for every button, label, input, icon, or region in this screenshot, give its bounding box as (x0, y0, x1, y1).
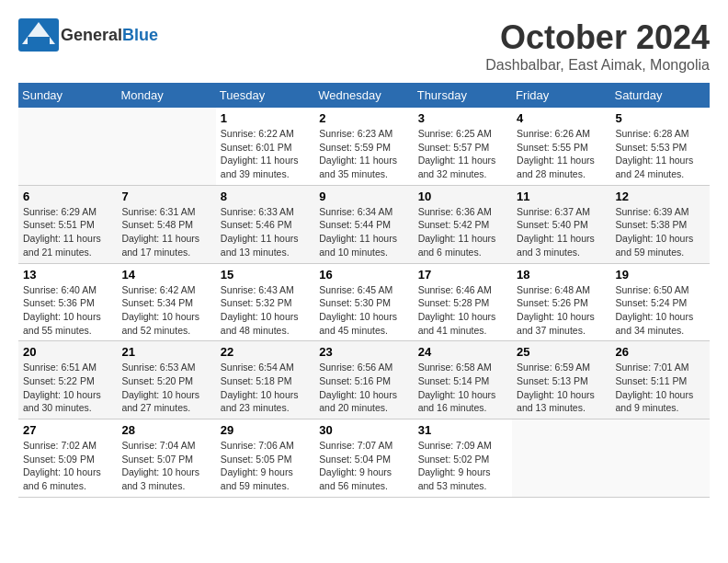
day-number: 21 (121, 345, 210, 359)
day-number: 22 (221, 345, 310, 359)
calendar-cell: 21Sunrise: 6:53 AM Sunset: 5:20 PM Dayli… (117, 341, 215, 419)
day-number: 20 (23, 345, 112, 359)
day-info: Sunrise: 7:02 AM Sunset: 5:09 PM Dayligh… (23, 439, 112, 493)
calendar-cell: 20Sunrise: 6:51 AM Sunset: 5:22 PM Dayli… (18, 341, 117, 419)
header-row: SundayMondayTuesdayWednesdayThursdayFrid… (18, 83, 710, 108)
calendar-cell: 7Sunrise: 6:31 AM Sunset: 5:48 PM Daylig… (117, 185, 215, 263)
calendar-cell: 4Sunrise: 6:26 AM Sunset: 5:55 PM Daylig… (512, 108, 610, 185)
day-info: Sunrise: 6:36 AM Sunset: 5:42 PM Dayligh… (418, 205, 507, 259)
calendar-cell: 3Sunrise: 6:25 AM Sunset: 5:57 PM Daylig… (414, 108, 512, 185)
svg-rect-2 (28, 37, 50, 44)
day-number: 10 (418, 190, 507, 203)
day-number: 7 (121, 190, 210, 203)
day-number: 27 (23, 423, 112, 437)
day-info: Sunrise: 6:45 AM Sunset: 5:30 PM Dayligh… (319, 283, 408, 338)
day-number: 23 (319, 345, 408, 359)
calendar-cell: 6Sunrise: 6:29 AM Sunset: 5:51 PM Daylig… (18, 185, 117, 263)
day-info: Sunrise: 7:04 AM Sunset: 5:07 PM Dayligh… (121, 439, 210, 493)
day-info: Sunrise: 6:29 AM Sunset: 5:51 PM Dayligh… (23, 205, 112, 259)
calendar-cell: 23Sunrise: 6:56 AM Sunset: 5:16 PM Dayli… (314, 341, 413, 419)
week-row-5: 27Sunrise: 7:02 AM Sunset: 5:09 PM Dayli… (18, 419, 710, 498)
day-number: 9 (319, 190, 408, 203)
calendar-cell: 5Sunrise: 6:28 AM Sunset: 5:53 PM Daylig… (611, 108, 710, 185)
day-number: 5 (616, 111, 705, 125)
day-info: Sunrise: 6:23 AM Sunset: 5:59 PM Dayligh… (319, 127, 408, 181)
day-number: 13 (23, 268, 112, 282)
day-info: Sunrise: 6:56 AM Sunset: 5:16 PM Dayligh… (319, 361, 408, 415)
day-info: Sunrise: 6:28 AM Sunset: 5:53 PM Dayligh… (616, 127, 705, 181)
day-number: 17 (418, 268, 507, 282)
day-info: Sunrise: 6:58 AM Sunset: 5:14 PM Dayligh… (418, 361, 507, 415)
day-number: 16 (319, 268, 408, 282)
day-info: Sunrise: 6:50 AM Sunset: 5:24 PM Dayligh… (616, 283, 705, 338)
day-number: 6 (23, 190, 112, 203)
day-info: Sunrise: 6:39 AM Sunset: 5:38 PM Dayligh… (616, 205, 705, 259)
calendar-table: SundayMondayTuesdayWednesdayThursdayFrid… (18, 83, 710, 498)
calendar-cell: 27Sunrise: 7:02 AM Sunset: 5:09 PM Dayli… (18, 419, 117, 498)
calendar-cell: 10Sunrise: 6:36 AM Sunset: 5:42 PM Dayli… (414, 185, 512, 263)
header-monday: Monday (117, 83, 215, 108)
calendar-cell: 26Sunrise: 7:01 AM Sunset: 5:11 PM Dayli… (611, 341, 710, 419)
day-number: 12 (616, 190, 705, 203)
calendar-cell: 1Sunrise: 6:22 AM Sunset: 6:01 PM Daylig… (216, 108, 314, 185)
day-number: 8 (221, 190, 310, 203)
day-info: Sunrise: 6:22 AM Sunset: 6:01 PM Dayligh… (221, 127, 310, 181)
logo-general: General (61, 26, 122, 44)
day-number: 11 (517, 190, 606, 203)
day-info: Sunrise: 6:40 AM Sunset: 5:36 PM Dayligh… (23, 283, 112, 338)
header-sunday: Sunday (18, 83, 117, 108)
calendar-cell: 16Sunrise: 6:45 AM Sunset: 5:30 PM Dayli… (314, 263, 413, 341)
calendar-cell (611, 419, 710, 498)
calendar-cell: 13Sunrise: 6:40 AM Sunset: 5:36 PM Dayli… (18, 263, 117, 341)
day-number: 30 (319, 423, 408, 437)
calendar-cell: 18Sunrise: 6:48 AM Sunset: 5:26 PM Dayli… (512, 263, 610, 341)
day-number: 24 (418, 345, 507, 359)
logo: GeneralBlue (18, 18, 158, 52)
day-number: 26 (616, 345, 705, 359)
calendar-cell (117, 108, 215, 185)
day-info: Sunrise: 6:54 AM Sunset: 5:18 PM Dayligh… (221, 361, 310, 415)
day-info: Sunrise: 6:31 AM Sunset: 5:48 PM Dayligh… (121, 205, 210, 259)
day-number: 1 (221, 111, 310, 125)
week-row-2: 6Sunrise: 6:29 AM Sunset: 5:51 PM Daylig… (18, 185, 710, 263)
day-info: Sunrise: 6:48 AM Sunset: 5:26 PM Dayligh… (517, 283, 606, 338)
title-block: October 2024 Dashbalbar, East Aimak, Mon… (485, 18, 710, 74)
day-info: Sunrise: 6:26 AM Sunset: 5:55 PM Dayligh… (517, 127, 606, 181)
day-number: 15 (221, 268, 310, 282)
week-row-3: 13Sunrise: 6:40 AM Sunset: 5:36 PM Dayli… (18, 263, 710, 341)
day-info: Sunrise: 7:07 AM Sunset: 5:04 PM Dayligh… (319, 439, 408, 493)
day-info: Sunrise: 7:09 AM Sunset: 5:02 PM Dayligh… (418, 439, 507, 493)
calendar-cell (512, 419, 610, 498)
day-info: Sunrise: 6:34 AM Sunset: 5:44 PM Dayligh… (319, 205, 408, 259)
day-number: 31 (418, 423, 507, 437)
calendar-cell: 30Sunrise: 7:07 AM Sunset: 5:04 PM Dayli… (314, 419, 413, 498)
day-info: Sunrise: 6:37 AM Sunset: 5:40 PM Dayligh… (517, 205, 606, 259)
calendar-cell: 24Sunrise: 6:58 AM Sunset: 5:14 PM Dayli… (414, 341, 512, 419)
week-row-4: 20Sunrise: 6:51 AM Sunset: 5:22 PM Dayli… (18, 341, 710, 419)
day-info: Sunrise: 6:46 AM Sunset: 5:28 PM Dayligh… (418, 283, 507, 338)
calendar-cell: 15Sunrise: 6:43 AM Sunset: 5:32 PM Dayli… (216, 263, 314, 341)
day-number: 3 (418, 111, 507, 125)
calendar-cell: 19Sunrise: 6:50 AM Sunset: 5:24 PM Dayli… (611, 263, 710, 341)
header-wednesday: Wednesday (314, 83, 413, 108)
calendar-cell: 29Sunrise: 7:06 AM Sunset: 5:05 PM Dayli… (216, 419, 314, 498)
day-number: 4 (517, 111, 606, 125)
header-thursday: Thursday (414, 83, 512, 108)
calendar-cell: 17Sunrise: 6:46 AM Sunset: 5:28 PM Dayli… (414, 263, 512, 341)
day-number: 14 (121, 268, 210, 282)
month-title: October 2024 (485, 18, 710, 57)
calendar-cell: 28Sunrise: 7:04 AM Sunset: 5:07 PM Dayli… (117, 419, 215, 498)
calendar-cell: 8Sunrise: 6:33 AM Sunset: 5:46 PM Daylig… (216, 185, 314, 263)
header-tuesday: Tuesday (216, 83, 314, 108)
day-number: 2 (319, 111, 408, 125)
logo-blue: Blue (122, 26, 158, 44)
week-row-1: 1Sunrise: 6:22 AM Sunset: 6:01 PM Daylig… (18, 108, 710, 185)
day-info: Sunrise: 6:51 AM Sunset: 5:22 PM Dayligh… (23, 361, 112, 415)
day-info: Sunrise: 7:06 AM Sunset: 5:05 PM Dayligh… (221, 439, 310, 493)
location: Dashbalbar, East Aimak, Mongolia (485, 57, 710, 74)
day-number: 18 (517, 268, 606, 282)
calendar-cell: 25Sunrise: 6:59 AM Sunset: 5:13 PM Dayli… (512, 341, 610, 419)
day-info: Sunrise: 6:42 AM Sunset: 5:34 PM Dayligh… (121, 283, 210, 338)
calendar-cell: 12Sunrise: 6:39 AM Sunset: 5:38 PM Dayli… (611, 185, 710, 263)
calendar-cell: 2Sunrise: 6:23 AM Sunset: 5:59 PM Daylig… (314, 108, 413, 185)
